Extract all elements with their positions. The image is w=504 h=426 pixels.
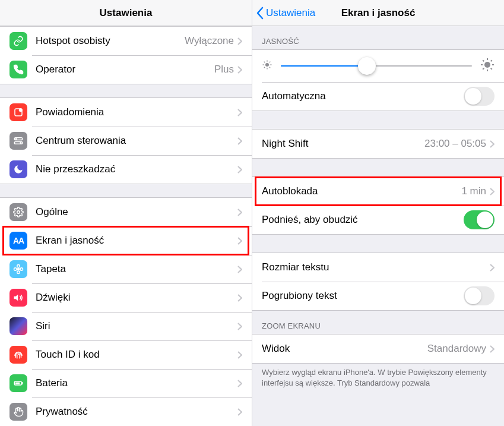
auto-brightness-label: Automatyczna <box>262 90 464 102</box>
settings-row-sounds[interactable]: Dźwięki <box>0 283 252 312</box>
auto-lock-row[interactable]: Autoblokada 1 min <box>252 177 504 206</box>
svg-line-31 <box>483 68 484 70</box>
dnd-icon <box>9 160 27 178</box>
settings-row-label: Bateria <box>36 377 237 389</box>
display-zoom-row[interactable]: Widok Standardowy <box>252 335 504 363</box>
svg-point-8 <box>17 265 20 268</box>
svg-point-1 <box>19 108 23 112</box>
svg-point-24 <box>484 62 490 68</box>
brightness-slider-thumb[interactable] <box>358 57 376 75</box>
page-title: Ustawienia <box>100 7 153 19</box>
night-shift-value: 23:00 – 05:05 <box>424 138 486 150</box>
chevron-right-icon <box>490 345 495 353</box>
chevron-right-icon <box>237 137 242 145</box>
brightness-slider[interactable] <box>281 65 472 67</box>
back-label: Ustawienia <box>266 7 315 19</box>
svg-point-5 <box>20 142 21 144</box>
auto-brightness-switch[interactable] <box>464 87 495 106</box>
bold-text-switch[interactable] <box>464 286 495 305</box>
svg-point-6 <box>17 211 20 214</box>
settings-row-value: Wyłączone <box>185 35 234 47</box>
privacy-icon <box>9 403 27 421</box>
wallpaper-icon <box>9 260 27 278</box>
chevron-right-icon <box>237 66 242 74</box>
settings-row-dnd[interactable]: Nie przeszkadzać <box>0 155 252 184</box>
group-header-zoom: ZOOM EKRANU <box>252 311 504 334</box>
settings-row-privacy[interactable]: Prywatność <box>0 397 252 426</box>
settings-row-label: Nie przeszkadzać <box>36 163 237 175</box>
night-shift-row[interactable]: Night Shift 23:00 – 05:05 <box>252 130 504 158</box>
svg-point-15 <box>265 63 269 67</box>
svg-point-7 <box>17 268 20 271</box>
settings-row-label: Hotspot osobisty <box>36 35 185 47</box>
display-zoom-footer: Wybierz wygląd ekranu iPhone'a. W trybie… <box>252 364 504 394</box>
group-header-brightness: JASNOŚĆ <box>252 26 504 49</box>
raise-to-wake-label: Podnieś, aby obudzić <box>262 214 464 226</box>
notif-icon <box>9 103 27 121</box>
carrier-icon <box>9 61 27 78</box>
settings-row-wallpaper[interactable]: Tapeta <box>0 255 252 283</box>
settings-row-label: Powiadomienia <box>36 106 237 118</box>
svg-line-20 <box>264 62 265 63</box>
chevron-right-icon <box>237 294 242 302</box>
settings-row-carrier[interactable]: OperatorPlus <box>0 55 252 84</box>
settings-row-label: Touch ID i kod <box>36 349 237 361</box>
control-icon <box>9 132 27 150</box>
chevron-right-icon <box>237 351 242 359</box>
raise-to-wake-switch[interactable] <box>464 210 495 229</box>
settings-row-notif[interactable]: Powiadomienia <box>0 98 252 127</box>
chevron-right-icon <box>490 140 495 148</box>
text-size-row[interactable]: Rozmiar tekstu <box>252 253 504 282</box>
svg-point-10 <box>14 268 17 271</box>
svg-point-9 <box>17 271 20 274</box>
chevron-right-icon <box>237 209 242 216</box>
settings-row-control[interactable]: Centrum sterowania <box>0 127 252 155</box>
settings-row-label: Ekran i jasność <box>36 235 237 247</box>
chevron-right-icon <box>490 264 495 272</box>
back-button[interactable]: Ustawienia <box>256 0 315 26</box>
settings-row-label: Dźwięki <box>36 292 237 304</box>
brightness-high-icon <box>480 58 495 74</box>
text-size-label: Rozmiar tekstu <box>262 261 490 273</box>
chevron-right-icon <box>237 109 242 116</box>
night-shift-label: Night Shift <box>262 138 424 150</box>
touchid-icon <box>9 346 27 364</box>
hotspot-icon <box>9 32 27 50</box>
settings-list[interactable]: Hotspot osobistyWyłączoneOperatorPlusPow… <box>0 26 252 426</box>
svg-point-11 <box>20 268 23 271</box>
settings-row-battery[interactable]: Bateria <box>0 369 252 397</box>
battery-icon <box>9 374 27 392</box>
svg-line-29 <box>483 60 484 61</box>
brightness-low-icon <box>262 59 272 72</box>
auto-lock-label: Autoblokada <box>262 185 461 197</box>
settings-pane: Ustawienia Hotspot osobistyWyłączoneOper… <box>0 0 252 426</box>
settings-row-hotspot[interactable]: Hotspot osobistyWyłączone <box>0 27 252 55</box>
settings-row-label: Prywatność <box>36 406 237 418</box>
sounds-icon <box>9 289 27 307</box>
page-title: Ekran i jasność <box>341 7 416 19</box>
settings-row-siri[interactable]: Siri <box>0 312 252 340</box>
chevron-right-icon <box>237 237 242 245</box>
chevron-left-icon <box>256 7 264 20</box>
display-brightness-pane: Ustawienia Ekran i jasność JASNOŚĆ Auto <box>252 0 504 426</box>
settings-row-general[interactable]: Ogólne <box>0 198 252 226</box>
chevron-right-icon <box>237 266 242 273</box>
raise-to-wake-row: Podnieś, aby obudzić <box>252 206 504 234</box>
settings-row-label: Operator <box>36 64 214 75</box>
settings-row-display[interactable]: AAEkran i jasność <box>0 226 252 255</box>
chevron-right-icon <box>237 323 242 330</box>
display-zoom-value: Standardowy <box>427 343 486 355</box>
display-settings-list[interactable]: JASNOŚĆ Automatyczna <box>252 26 504 426</box>
svg-line-30 <box>491 68 492 70</box>
settings-row-label: Centrum sterowania <box>36 135 237 147</box>
display-icon: AA <box>9 232 27 250</box>
display-zoom-label: Widok <box>262 343 427 355</box>
settings-row-label: Siri <box>36 320 237 332</box>
settings-row-label: Tapeta <box>36 263 237 275</box>
svg-line-32 <box>491 60 492 61</box>
chevron-right-icon <box>237 380 242 387</box>
chevron-right-icon <box>237 37 242 45</box>
svg-line-21 <box>270 67 271 68</box>
settings-row-touchid[interactable]: Touch ID i kod <box>0 340 252 369</box>
brightness-slider-row <box>252 50 504 82</box>
